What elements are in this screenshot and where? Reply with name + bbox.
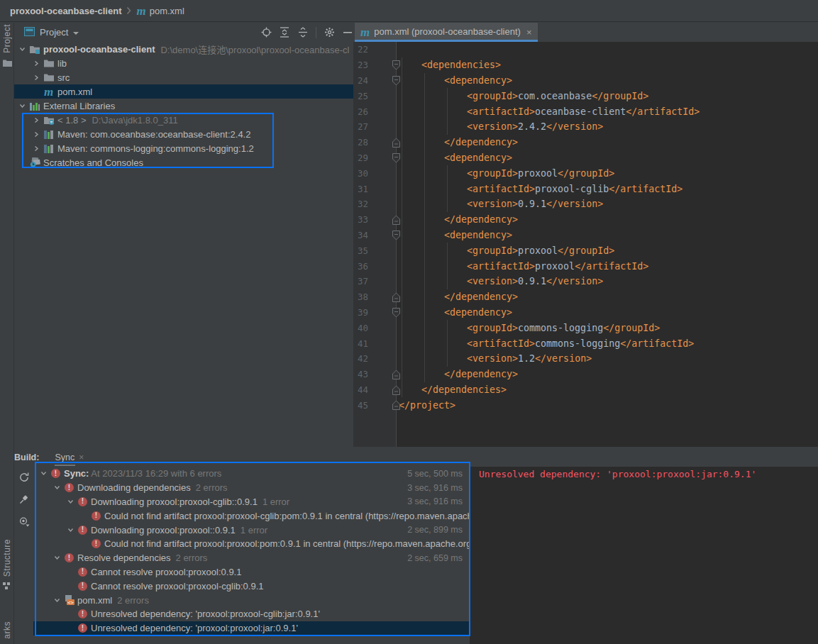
fold-spacer — [368, 243, 396, 258]
fold-marker-close[interactable] — [368, 382, 396, 398]
build-toolbar — [14, 467, 33, 529]
build-tree-row[interactable]: !Downloading dependencies2 errors3 sec, … — [33, 481, 470, 495]
editor-line-26[interactable]: 26<artifactId>oceanbase-client</artifact… — [353, 104, 818, 119]
editor-body[interactable]: 2223<dependencies>24<dependency>25<group… — [353, 42, 818, 447]
chevron-down-icon[interactable] — [39, 467, 51, 481]
duration-label: 2 sec, 899 ms — [407, 525, 463, 535]
project-tree-row--1.8-[interactable]: < 1.8 >D:\Java\jdk1.8.0_311 — [14, 113, 353, 127]
editor-line-38[interactable]: 38</dependency> — [353, 289, 818, 305]
editor-line-40[interactable]: 40<groupId>commons-logging</groupId> — [353, 320, 818, 335]
project-tree-row-scratches-and-consoles[interactable]: Scratches and Consoles — [14, 155, 353, 170]
editor-line-23[interactable]: 23<dependencies> — [353, 57, 818, 73]
fold-marker-open[interactable] — [368, 305, 396, 321]
editor-line-43[interactable]: 43</dependency> — [353, 367, 818, 382]
build-tab-sync[interactable]: Sync × — [55, 448, 84, 467]
fold-marker-close[interactable] — [368, 212, 396, 228]
toolbar-divider — [316, 27, 316, 38]
refresh-icon[interactable] — [18, 472, 30, 485]
project-view-title[interactable]: Project — [40, 27, 68, 38]
editor-line-25[interactable]: 25<groupId>com.oceanbase</groupId> — [353, 88, 818, 104]
chevron-right-icon[interactable] — [31, 127, 44, 141]
editor-line-44[interactable]: 44</dependencies> — [353, 382, 818, 398]
build-tree-row[interactable]: !Cannot resolve proxool:proxool-cglib:0.… — [33, 579, 470, 593]
chevron-down-icon[interactable] — [17, 42, 30, 56]
editor-line-39[interactable]: 39<dependency> — [353, 305, 818, 321]
editor-line-22[interactable]: 22 — [353, 42, 818, 57]
build-tree-row[interactable]: !Downloading proxool:proxool::0.9.11 err… — [33, 523, 470, 537]
build-tree-row[interactable]: !Unresolved dependency: 'proxool:proxool… — [33, 621, 470, 635]
project-view-dropdown-icon[interactable] — [73, 32, 79, 35]
build-tree-row[interactable]: !Sync: At 2023/11/3 16:29 with 6 errors5… — [33, 467, 470, 481]
locate-file-icon[interactable] — [260, 27, 272, 38]
collapse-all-icon[interactable] — [297, 27, 309, 38]
chevron-right-icon[interactable] — [31, 141, 44, 155]
stripe-button-structure[interactable]: Structure — [0, 539, 14, 592]
editor-line-45[interactable]: 45</project> — [353, 397, 818, 413]
build-tree-row[interactable]: !Resolve dependencies2 errors2 sec, 659 … — [33, 551, 470, 565]
fold-marker-open[interactable] — [368, 150, 396, 166]
breadcrumb-project[interactable]: proxool-oceanbase-client — [10, 6, 121, 16]
fold-marker-close[interactable] — [368, 397, 396, 413]
pin-icon[interactable] — [18, 494, 29, 507]
settings-gear-icon[interactable] — [324, 27, 335, 38]
project-folder-icon — [3, 58, 12, 69]
build-tree-row[interactable]: !Downloading proxool:proxool-cglib::0.9.… — [33, 495, 470, 509]
editor-line-29[interactable]: 29<dependency> — [353, 150, 818, 166]
chevron-right-icon[interactable] — [31, 113, 44, 127]
build-tree-row[interactable]: !Could not find artifact proxool:proxool… — [33, 509, 470, 523]
expand-all-icon[interactable] — [279, 27, 290, 38]
editor-line-36[interactable]: 36<artifactId>proxool</artifactId> — [353, 258, 818, 274]
tab-close-icon[interactable]: × — [526, 27, 532, 38]
breadcrumb-file[interactable]: pom.xml — [150, 6, 184, 16]
project-tree-row-proxool-oceanbase-client[interactable]: proxool-oceanbase-clientD:\demo\连接池\prox… — [14, 42, 353, 56]
project-tree-row-external-libraries[interactable]: External Libraries — [14, 99, 353, 113]
fold-marker-open[interactable] — [368, 228, 396, 243]
editor-line-41[interactable]: 41<artifactId>commons-logging</artifactI… — [353, 335, 818, 351]
hide-panel-icon[interactable] — [342, 27, 353, 38]
chevron-down-icon[interactable] — [52, 481, 65, 495]
project-tree-row-maven-com.oceanbase-oceanbase-client-2.4.2[interactable]: Maven: com.oceanbase:oceanbase-client:2.… — [14, 127, 353, 141]
editor-line-30[interactable]: 30<groupId>proxool</groupId> — [353, 165, 818, 181]
stripe-button-bookmarks[interactable]: arks — [0, 621, 14, 639]
build-tree-row[interactable]: !Cannot resolve proxool:proxool:0.9.1 — [33, 565, 470, 579]
build-console[interactable]: Unresolved dependency: 'proxool:proxool:… — [470, 467, 818, 644]
fold-marker-close[interactable] — [368, 135, 396, 150]
maven-icon: m — [44, 86, 53, 98]
build-tree-row[interactable]: !Could not find artifact proxool:proxool… — [33, 537, 470, 551]
svg-text:<>: <> — [67, 600, 73, 606]
chevron-down-icon[interactable] — [52, 593, 65, 607]
chevron-right-icon[interactable] — [31, 70, 44, 84]
editor-tab-pom-xml[interactable]: m pom.xml (proxool-oceanbase-client) × — [355, 23, 538, 42]
fold-marker-close[interactable] — [368, 289, 396, 305]
editor-line-33[interactable]: 33</dependency> — [353, 212, 818, 228]
editor-line-42[interactable]: 42<version>1.2</version> — [353, 351, 818, 367]
project-tree-row-src[interactable]: src — [14, 70, 353, 84]
chevron-right-icon[interactable] — [31, 56, 44, 70]
editor-line-34[interactable]: 34<dependency> — [353, 228, 818, 243]
editor-line-35[interactable]: 35<groupId>proxool</groupId> — [353, 243, 818, 258]
chevron-spacer[interactable] — [31, 84, 44, 99]
sync-tab-close-icon[interactable]: × — [79, 453, 84, 462]
preview-icon[interactable] — [18, 516, 30, 529]
chevron-spacer[interactable] — [17, 155, 30, 170]
chevron-down-icon[interactable] — [17, 99, 30, 113]
chevron-down-icon[interactable] — [66, 495, 78, 509]
project-tree-row-maven-commons-logging-commons-logging-1.2[interactable]: Maven: commons-logging:commons-logging:1… — [14, 141, 353, 155]
editor-line-31[interactable]: 31<artifactId>proxool-cglib</artifactId> — [353, 181, 818, 196]
error-icon: ! — [78, 526, 87, 535]
project-tree-row-lib[interactable]: lib — [14, 56, 353, 70]
chevron-down-icon[interactable] — [66, 523, 78, 537]
chevron-down-icon[interactable] — [52, 551, 65, 565]
fold-marker-open[interactable] — [368, 57, 396, 73]
fold-marker-close[interactable] — [368, 367, 396, 382]
fold-marker-open[interactable] — [368, 73, 396, 89]
editor-line-28[interactable]: 28</dependency> — [353, 135, 818, 150]
build-tree-row[interactable]: <>pom.xml2 errors — [33, 593, 470, 607]
editor-line-24[interactable]: 24<dependency> — [353, 73, 818, 89]
project-tree-row-pom.xml[interactable]: mpom.xml — [14, 84, 353, 99]
editor-line-27[interactable]: 27<version>2.4.2</version> — [353, 119, 818, 135]
stripe-button-project[interactable]: Project — [0, 24, 14, 69]
build-tree-row[interactable]: !Unresolved dependency: 'proxool:proxool… — [33, 607, 470, 621]
editor-line-32[interactable]: 32<version>0.9.1</version> — [353, 196, 818, 212]
editor-line-37[interactable]: 37<version>0.9.1</version> — [353, 274, 818, 289]
